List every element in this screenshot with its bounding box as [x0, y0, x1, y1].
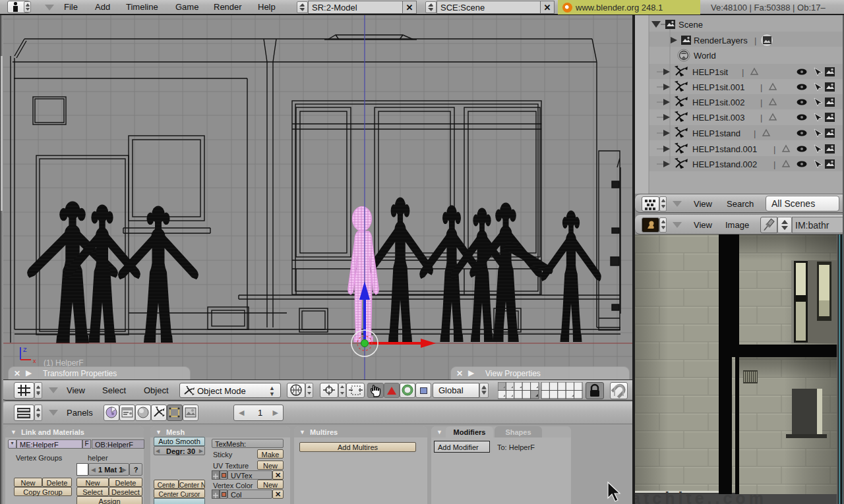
svg-text:|: | [760, 113, 762, 123]
svg-text:atchite..com: atchite..com [635, 489, 767, 504]
svg-text:HELP1sit: HELP1sit [692, 67, 729, 77]
svg-text:|: | [773, 159, 775, 169]
svg-text:|: | [754, 36, 756, 45]
svg-text:Scene: Scene [678, 20, 703, 30]
svg-text:RenderLayers: RenderLayers [694, 36, 748, 45]
svg-text:World: World [694, 51, 716, 61]
svg-text:HELP1stand: HELP1stand [692, 128, 740, 138]
svg-text:HELP1stand.001: HELP1stand.001 [692, 144, 757, 154]
svg-text:|: | [760, 82, 762, 92]
svg-text:HELP1sit.001: HELP1sit.001 [692, 82, 745, 92]
svg-text:HELP1sit.002: HELP1sit.002 [692, 98, 745, 107]
svg-text:x: x [33, 358, 36, 364]
svg-text:|: | [760, 98, 762, 107]
svg-text:|: | [773, 144, 775, 154]
svg-text:HELP1stand.002: HELP1stand.002 [692, 159, 757, 169]
svg-text:HELP1sit.003: HELP1sit.003 [692, 113, 745, 123]
svg-text:|: | [754, 128, 756, 138]
svg-text:Z: Z [23, 347, 27, 353]
svg-text:|: | [742, 67, 744, 77]
